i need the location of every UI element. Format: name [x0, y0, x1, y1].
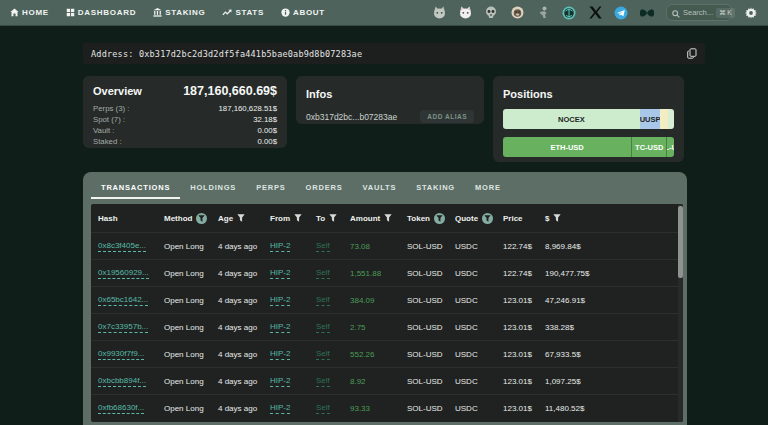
- tab[interactable]: TRANSACTIONS: [91, 177, 180, 199]
- filter-icon[interactable]: [196, 213, 207, 224]
- price-cell: 123.01$: [503, 350, 532, 359]
- nav-item-staking[interactable]: STAKING: [153, 8, 205, 17]
- cat-icon[interactable]: [432, 6, 446, 20]
- copy-address-icon[interactable]: [687, 48, 697, 59]
- skull-icon[interactable]: [484, 6, 498, 20]
- data-panel: TRANSACTIONS HOLDINGS PERPS ORDERS VAULT…: [83, 172, 687, 425]
- table-scrollbar[interactable]: [678, 204, 683, 422]
- overview-title: Overview: [93, 85, 142, 97]
- hash-link[interactable]: 0x65bc1642...: [98, 295, 148, 306]
- token-cell: SOL-USD: [407, 323, 443, 332]
- filter-icon[interactable]: [434, 213, 445, 224]
- hash-link[interactable]: 0xbcbb894f...: [98, 376, 146, 387]
- column-header: Hash: [98, 214, 164, 223]
- x-icon[interactable]: [588, 6, 602, 20]
- dashboard-icon: [66, 8, 75, 17]
- age-cell: 4 days ago: [218, 296, 257, 305]
- infos-short-address: 0xb317d2bc...b07283ae: [306, 112, 397, 122]
- filter-icon[interactable]: [237, 214, 245, 222]
- filter-icon[interactable]: [329, 214, 337, 222]
- from-link[interactable]: HIP-2: [270, 376, 290, 387]
- to-link[interactable]: Self: [316, 322, 330, 333]
- filter-icon[interactable]: [553, 214, 561, 222]
- amount-cell: 2.75: [350, 323, 366, 332]
- column-label: Price: [503, 214, 523, 223]
- position-segment[interactable]: NOCEX: [503, 109, 640, 129]
- amount-cell: 93.33: [350, 404, 370, 413]
- address-value: 0xb317d2bc2d3d2df5fa441b5bae0ab9d8b07283…: [139, 49, 362, 59]
- from-link[interactable]: HIP-2: [270, 268, 290, 279]
- telegram-icon[interactable]: [614, 6, 628, 20]
- to-link[interactable]: Self: [316, 295, 330, 306]
- nav-item-stats[interactable]: STATS: [222, 8, 264, 17]
- scrollbar-thumb[interactable]: [678, 206, 683, 278]
- position-segment[interactable]: [668, 109, 674, 129]
- position-segment[interactable]: [660, 109, 668, 129]
- table-body: 0x8c3f405e... Open Long 4 days ago HIP-2…: [91, 232, 683, 421]
- monkey-icon[interactable]: [510, 6, 524, 20]
- nav-item-home[interactable]: HOME: [10, 8, 49, 17]
- hash-link[interactable]: 0xfb68630f...: [98, 403, 144, 414]
- from-link[interactable]: HIP-2: [270, 241, 290, 252]
- position-segment[interactable]: L-U: [666, 137, 674, 157]
- price-cell: 123.01$: [503, 296, 532, 305]
- filter-icon[interactable]: [294, 214, 302, 222]
- table-row: 0x8c3f405e... Open Long 4 days ago HIP-2…: [91, 232, 683, 259]
- figure-icon[interactable]: [536, 6, 550, 20]
- tab[interactable]: ORDERS: [296, 177, 353, 199]
- to-link[interactable]: Self: [316, 349, 330, 360]
- nav-item-label: ABOUT: [293, 8, 325, 17]
- filter-icon[interactable]: [482, 213, 493, 224]
- column-label: Age: [218, 214, 233, 223]
- column-label: Quote: [455, 214, 478, 223]
- position-segment[interactable]: ETH-USD: [503, 137, 631, 157]
- nav-item-label: STATS: [235, 8, 264, 17]
- table-row: 0xbcbb894f... Open Long 4 days ago HIP-2…: [91, 367, 683, 394]
- column-header: Price: [503, 214, 545, 223]
- search-input[interactable]: Search... ⌘ K: [666, 4, 732, 21]
- amount-cell: 8.92: [350, 377, 366, 386]
- nav-item-dashboard[interactable]: DASHBOARD: [66, 8, 136, 17]
- hash-link[interactable]: 0x8c3f405e...: [98, 241, 146, 252]
- position-segment[interactable]: UUSP: [640, 109, 661, 129]
- tab[interactable]: HOLDINGS: [180, 177, 246, 199]
- hash-link[interactable]: 0x9930f7f9...: [98, 349, 144, 360]
- column-header: To: [316, 214, 350, 223]
- age-cell: 4 days ago: [218, 404, 257, 413]
- quote-cell: USDC: [455, 377, 478, 386]
- bowtie-icon[interactable]: [640, 6, 654, 20]
- settings-gear-icon[interactable]: [744, 6, 758, 20]
- hyperliquid-emblem-icon[interactable]: [562, 6, 576, 20]
- hash-link[interactable]: 0x7c33957b...: [98, 322, 148, 333]
- from-link[interactable]: HIP-2: [270, 322, 290, 333]
- stat-label: Spot (7) :: [93, 114, 125, 125]
- from-link[interactable]: HIP-2: [270, 349, 290, 360]
- add-alias-button[interactable]: ADD ALIAS: [420, 110, 474, 123]
- hash-link[interactable]: 0x19560929...: [98, 268, 149, 279]
- usd-cell: 11,480.52$: [545, 404, 584, 413]
- method-cell: Open Long: [164, 377, 204, 386]
- table-row: 0xfb68630f... Open Long 4 days ago HIP-2…: [91, 394, 683, 421]
- search-shortcut-badge: ⌘ K: [716, 8, 735, 18]
- stats-icon: [222, 8, 232, 17]
- tab[interactable]: PERPS: [246, 177, 295, 199]
- token-cell: SOL-USD: [407, 404, 443, 413]
- from-link[interactable]: HIP-2: [270, 295, 290, 306]
- to-link[interactable]: Self: [316, 403, 330, 414]
- tab[interactable]: MORE: [465, 177, 511, 199]
- white-cat-icon[interactable]: [458, 6, 472, 20]
- nav-item-label: DASHBOARD: [78, 8, 136, 17]
- from-link[interactable]: HIP-2: [270, 403, 290, 414]
- column-header: Quote: [455, 213, 503, 224]
- nav-item-about[interactable]: ABOUT: [281, 8, 325, 17]
- to-link[interactable]: Self: [316, 268, 330, 279]
- position-segment[interactable]: TC-USD: [631, 137, 666, 157]
- tab[interactable]: STAKING: [406, 177, 465, 199]
- about-icon: [281, 8, 290, 17]
- to-link[interactable]: Self: [316, 241, 330, 252]
- tab[interactable]: VAULTS: [353, 177, 407, 199]
- to-link[interactable]: Self: [316, 376, 330, 387]
- filter-icon[interactable]: [384, 214, 392, 222]
- summary-cards: Overview 187,160,660.69$ Perps (3) : 187…: [83, 76, 768, 162]
- usd-cell: 67,933.5$: [545, 350, 581, 359]
